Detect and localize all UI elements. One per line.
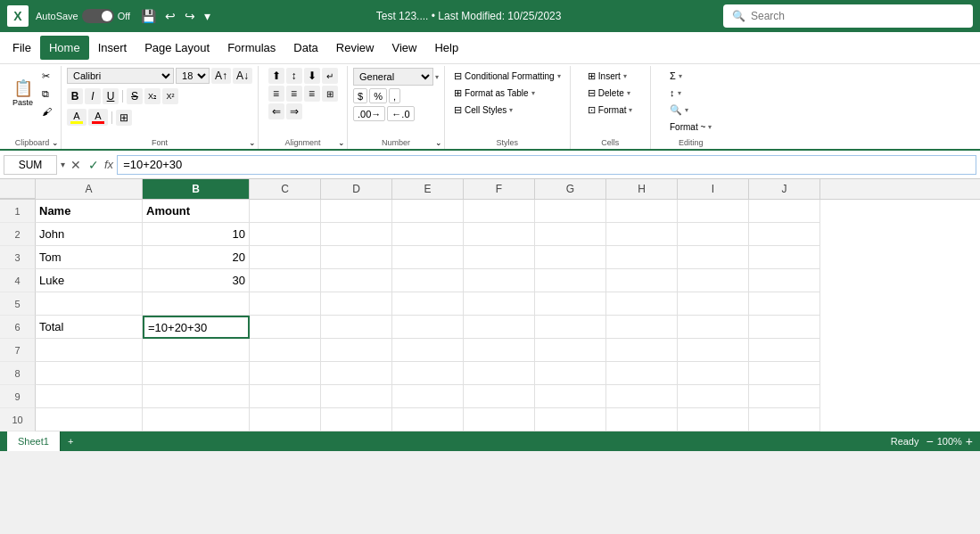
increase-indent-button[interactable]: ⇒ [286,103,302,119]
format-button[interactable]: ⊡ Format ▾ [584,102,637,118]
cell-e3[interactable] [392,246,464,269]
save-icon[interactable]: 💾 [137,7,160,25]
cell-a8[interactable] [36,362,143,385]
increase-decimal-button[interactable]: .00→ [353,106,385,121]
cell-h3[interactable] [606,246,678,269]
font-name-select[interactable]: Calibri [67,68,174,84]
cell-f10[interactable] [464,408,535,431]
menu-item-file[interactable]: File [4,36,40,60]
cell-a6[interactable]: Total [36,316,143,339]
cell-f4[interactable] [464,269,535,292]
merge-center-button[interactable]: ⊞ [322,86,338,102]
cell-a9[interactable] [36,385,143,408]
font-color-button[interactable]: A [88,109,108,126]
cell-f7[interactable] [464,339,535,362]
percent-button[interactable]: % [369,88,387,103]
cell-b4[interactable]: 30 [143,269,250,292]
col-header-e[interactable]: E [392,179,464,199]
cell-h5[interactable] [606,292,678,316]
cell-d1[interactable] [321,200,392,223]
cell-h7[interactable] [606,339,678,362]
cell-j3[interactable] [749,246,820,269]
cell-e1[interactable] [392,200,464,223]
formula-cancel-icon[interactable]: ✕ [69,158,83,172]
cell-a10[interactable] [36,408,143,431]
align-right-button[interactable]: ≡ [304,86,320,102]
sheet-tab-sheet1[interactable]: Sheet1 [7,431,61,451]
align-bottom-button[interactable]: ⬇ [304,68,320,84]
strikethrough-button[interactable]: S [127,88,143,104]
col-header-f[interactable]: F [464,179,535,199]
search-input[interactable] [751,10,947,22]
cell-h9[interactable] [606,385,678,408]
cell-i3[interactable] [678,246,749,269]
decrease-indent-button[interactable]: ⇐ [268,103,284,119]
align-left-button[interactable]: ≡ [268,86,284,102]
menu-item-pagelayout[interactable]: Page Layout [136,36,218,60]
decrease-decimal-button[interactable]: ←.0 [387,106,414,121]
cell-reference[interactable] [4,155,57,175]
cell-b7[interactable] [143,339,250,362]
cell-styles-button[interactable]: ⊟ Cell Styles ▾ [450,102,564,118]
cell-d6[interactable] [321,316,392,339]
col-header-c[interactable]: C [250,179,321,199]
cell-b8[interactable] [143,362,250,385]
cell-g6[interactable] [535,316,606,339]
cell-a2[interactable]: John [36,223,143,246]
autosave-toggle[interactable] [82,9,114,23]
cell-e2[interactable] [392,223,464,246]
bold-button[interactable]: B [67,88,83,104]
cell-d4[interactable] [321,269,392,292]
cell-d5[interactable] [321,292,392,316]
cell-c1[interactable] [250,200,321,223]
paste-button[interactable]: 📋 Paste [9,68,37,119]
col-header-h[interactable]: H [606,179,678,199]
cell-d8[interactable] [321,362,392,385]
cell-g4[interactable] [535,269,606,292]
cell-c9[interactable] [250,385,321,408]
font-expand[interactable]: ⌄ [249,138,256,147]
cell-b6[interactable]: =10+20+30 [143,316,250,339]
number-expand[interactable]: ⌄ [435,138,442,147]
number-format-select[interactable]: General Number Currency Percentage Text [353,68,433,86]
cell-g2[interactable] [535,223,606,246]
cell-g1[interactable] [535,200,606,223]
format-as-table-button[interactable]: ⊞ Format as Table ▾ [450,85,564,101]
col-header-a[interactable]: A [36,179,143,199]
cell-j10[interactable] [749,408,820,431]
formula-input[interactable] [117,155,976,175]
find-button[interactable]: 🔍 ▾ [666,102,715,118]
col-header-i[interactable]: I [678,179,749,199]
cell-c4[interactable] [250,269,321,292]
menu-item-view[interactable]: View [383,36,425,60]
cell-e9[interactable] [392,385,464,408]
alignment-expand[interactable]: ⌄ [338,138,345,147]
cell-c8[interactable] [250,362,321,385]
cell-h2[interactable] [606,223,678,246]
italic-button[interactable]: I [85,88,101,104]
cell-h6[interactable] [606,316,678,339]
cell-c6[interactable] [250,316,321,339]
cell-g7[interactable] [535,339,606,362]
align-top-button[interactable]: ⬆ [268,68,284,84]
menu-item-insert[interactable]: Insert [89,36,136,60]
cell-j8[interactable] [749,362,820,385]
col-header-b[interactable]: B [143,179,250,199]
redo-icon[interactable]: ↪ [181,7,199,25]
cell-h4[interactable] [606,269,678,292]
cell-b9[interactable] [143,385,250,408]
name-box-expand[interactable]: ▾ [61,160,65,169]
comma-button[interactable]: , [389,88,400,103]
col-header-j[interactable]: J [749,179,820,199]
sort-button[interactable]: ↕ ▾ [666,85,715,101]
cell-h1[interactable] [606,200,678,223]
superscript-button[interactable]: X² [162,88,178,104]
cell-j1[interactable] [749,200,820,223]
menu-item-review[interactable]: Review [327,36,383,60]
cell-c10[interactable] [250,408,321,431]
cell-d7[interactable] [321,339,392,362]
cell-a3[interactable]: Tom [36,246,143,269]
cell-h8[interactable] [606,362,678,385]
cell-b10[interactable] [143,408,250,431]
cell-j5[interactable] [749,292,820,316]
